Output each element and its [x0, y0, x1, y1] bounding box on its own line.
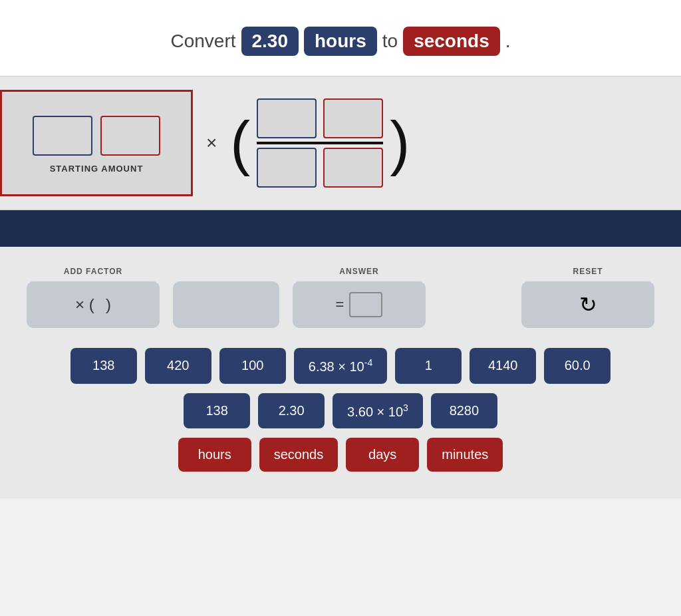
convert-prefix: Convert	[170, 31, 235, 52]
paren-right: )	[390, 113, 410, 173]
reset-button[interactable]: ↻	[521, 281, 654, 328]
target-unit-badge: seconds	[403, 27, 500, 56]
number-badge: 2.30	[241, 27, 299, 56]
to-word: to	[382, 31, 398, 52]
number-row-2: 138 2.30 3.60 × 103 8280	[27, 393, 654, 429]
reset-label: RESET	[573, 267, 603, 276]
equals-sign: =	[336, 296, 344, 313]
convert-sentence: Convert 2.30 hours to seconds .	[170, 27, 510, 56]
fraction-wrapper: ( )	[230, 95, 410, 191]
starting-amount-input-red[interactable]	[100, 116, 160, 156]
num-btn-100[interactable]: 100	[219, 348, 286, 384]
header: Convert 2.30 hours to seconds .	[0, 0, 681, 76]
num-btn-8280[interactable]: 8280	[431, 393, 497, 429]
num-btn-138b[interactable]: 138	[184, 393, 250, 429]
answer-section: ANSWER =	[293, 267, 426, 328]
fraction-denominator-row	[257, 144, 383, 191]
fraction-denominator-blue[interactable]	[257, 148, 317, 188]
fraction-numerator-row	[257, 95, 383, 142]
num-btn-2-30[interactable]: 2.30	[258, 393, 325, 429]
multiply-sign: ×	[193, 132, 230, 154]
num-btn-138a[interactable]: 138	[70, 348, 137, 384]
unit-btn-hours[interactable]: hours	[178, 438, 251, 472]
fraction-denominator-red[interactable]	[323, 148, 383, 188]
num-btn-420[interactable]: 420	[145, 348, 211, 384]
paren-left: (	[230, 113, 250, 173]
fraction-numerator-red[interactable]	[323, 98, 383, 138]
num-btn-3-60e3[interactable]: 3.60 × 103	[333, 393, 423, 429]
starting-inputs	[33, 116, 160, 156]
reset-icon: ↻	[579, 292, 597, 317]
answer-button[interactable]: =	[293, 281, 426, 328]
add-factor-button[interactable]: × ( )	[27, 281, 160, 328]
controls-row: ADD FACTOR × ( ) ANSWER = RESET ↻	[27, 267, 654, 328]
unit-btn-minutes[interactable]: minutes	[427, 438, 503, 472]
add-factor-section: ADD FACTOR × ( )	[27, 267, 160, 328]
calculation-area: STARTING AMOUNT × ( )	[0, 76, 681, 210]
period: .	[505, 31, 511, 52]
empty-display-section	[173, 267, 279, 328]
add-factor-btn-text: × (	[75, 295, 94, 314]
starting-amount-box: STARTING AMOUNT	[0, 90, 193, 196]
starting-amount-label: STARTING AMOUNT	[50, 164, 144, 174]
num-btn-6-38e-4[interactable]: 6.38 × 10-4	[294, 348, 387, 384]
number-row-1: 138 420 100 6.38 × 10-4 1 4140 60.0	[27, 348, 654, 384]
fraction-numerator-blue[interactable]	[257, 98, 317, 138]
add-factor-btn-space	[96, 295, 104, 314]
empty-display-box	[173, 281, 279, 328]
add-factor-btn-close: )	[106, 295, 111, 314]
navy-bar	[0, 210, 681, 247]
add-factor-label: ADD FACTOR	[64, 267, 122, 276]
fraction-inner	[250, 95, 390, 191]
answer-inner-box	[349, 292, 382, 317]
reset-section: RESET ↻	[521, 267, 654, 328]
controls-area: ADD FACTOR × ( ) ANSWER = RESET ↻	[0, 247, 681, 498]
unit-btn-days[interactable]: days	[346, 438, 419, 472]
num-btn-1[interactable]: 1	[395, 348, 462, 384]
unit-btn-seconds[interactable]: seconds	[259, 438, 339, 472]
num-btn-4140[interactable]: 4140	[470, 348, 536, 384]
from-unit-badge: hours	[304, 27, 377, 56]
starting-amount-input-blue[interactable]	[33, 116, 92, 156]
num-btn-60[interactable]: 60.0	[544, 348, 611, 384]
unit-row: hours seconds days minutes	[27, 438, 654, 472]
answer-label: ANSWER	[339, 267, 378, 276]
